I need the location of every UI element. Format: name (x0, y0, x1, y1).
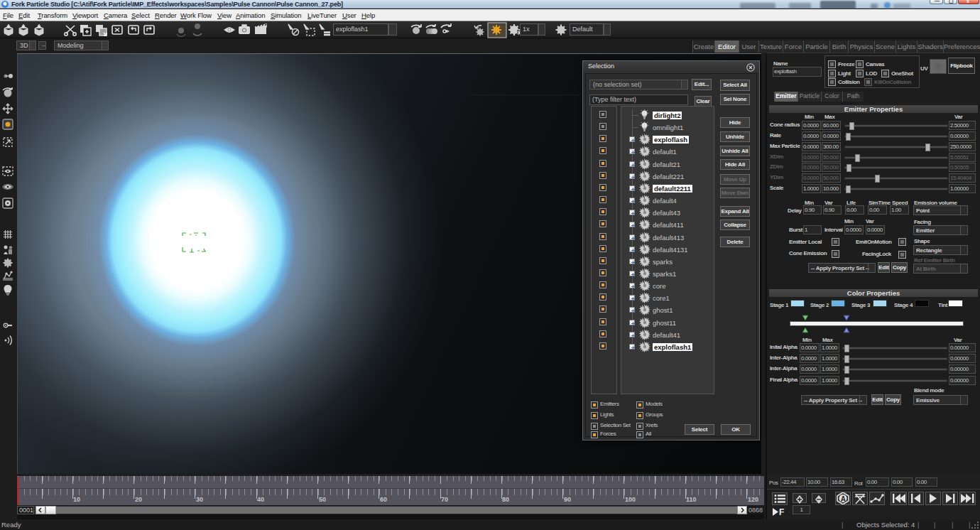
svg-text:F: F (779, 507, 784, 517)
svg-text:A: A (841, 495, 846, 503)
